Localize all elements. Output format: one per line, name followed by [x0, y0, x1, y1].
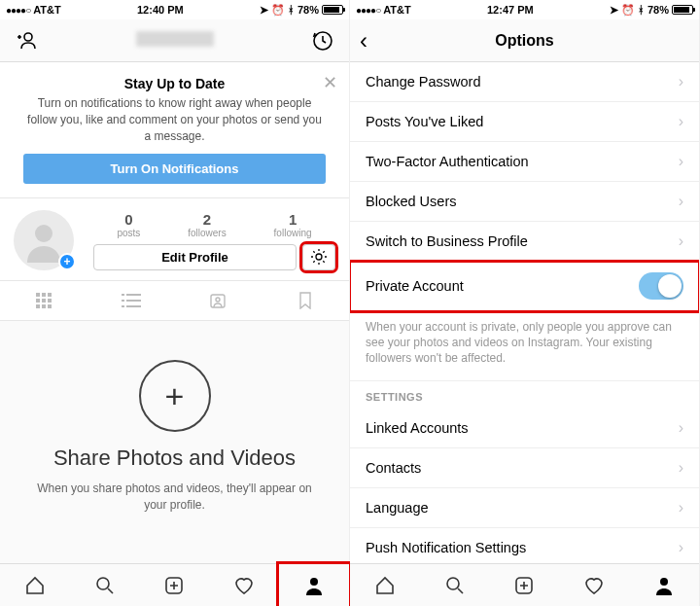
push-notifications-row[interactable]: Push Notification Settings›: [350, 528, 699, 563]
contacts-row[interactable]: Contacts›: [350, 448, 699, 488]
svg-point-3: [316, 254, 322, 260]
svg-rect-16: [126, 300, 141, 302]
search-tab[interactable]: [70, 564, 140, 606]
svg-point-23: [310, 578, 318, 586]
chevron-right-icon: ›: [679, 232, 683, 250]
alarm-icon: ⏰: [271, 4, 285, 17]
following-stat[interactable]: 1following: [274, 211, 312, 238]
list-view-tab[interactable]: [88, 281, 175, 320]
profile-view-tabs: [0, 281, 349, 321]
svg-rect-10: [36, 304, 40, 308]
activity-button[interactable]: [306, 30, 339, 52]
options-list: Change Password› Posts You've Liked› Two…: [350, 62, 699, 563]
location-icon: ➤: [260, 4, 268, 17]
activity-tab[interactable]: [209, 564, 279, 606]
switch-business-row[interactable]: Switch to Business Profile›: [350, 222, 699, 262]
prompt-body: Turn on notifications to know right away…: [23, 95, 326, 144]
grid-view-tab[interactable]: [0, 281, 88, 320]
add-story-icon[interactable]: +: [58, 253, 76, 270]
language-row[interactable]: Language›: [350, 488, 699, 528]
chevron-right-icon: ›: [679, 153, 683, 170]
home-tab[interactable]: [350, 564, 420, 606]
tab-bar: [350, 563, 699, 606]
search-tab[interactable]: [420, 564, 490, 606]
posts-stat[interactable]: 0posts: [117, 211, 140, 238]
svg-rect-18: [126, 305, 141, 307]
battery-percent: 78%: [298, 4, 319, 16]
edit-profile-button[interactable]: Edit Profile: [93, 244, 297, 270]
svg-point-21: [97, 578, 109, 589]
tagged-view-tab[interactable]: [175, 281, 262, 320]
add-post-icon[interactable]: +: [139, 360, 211, 432]
svg-rect-15: [122, 300, 124, 302]
notifications-prompt: ✕ Stay Up to Date Turn on notifications …: [0, 62, 349, 198]
home-tab[interactable]: [0, 564, 70, 606]
chevron-right-icon: ›: [679, 459, 683, 477]
turn-on-notifications-button[interactable]: Turn On Notifications: [23, 154, 326, 184]
svg-point-20: [216, 298, 220, 302]
chevron-right-icon: ›: [679, 499, 683, 517]
svg-point-24: [447, 578, 459, 589]
profile-tab[interactable]: [279, 564, 349, 606]
username-title: [43, 31, 306, 51]
svg-point-2: [35, 225, 52, 242]
avatar[interactable]: +: [14, 210, 74, 270]
options-title: Options: [360, 32, 689, 50]
svg-rect-13: [122, 294, 124, 296]
create-tab[interactable]: [490, 564, 560, 606]
svg-point-26: [660, 578, 668, 586]
status-bar: ●●●●○AT&T 12:47 PM ➤⏰ᚼ78%: [350, 0, 699, 19]
settings-button[interactable]: [302, 244, 335, 270]
clock: 12:47 PM: [487, 4, 534, 16]
location-icon: ➤: [610, 4, 618, 17]
activity-tab[interactable]: [559, 564, 629, 606]
options-screen: ●●●●○AT&T 12:47 PM ➤⏰ᚼ78% ‹ Options Chan…: [350, 0, 700, 606]
signal-dots: ●●●●○: [6, 5, 30, 16]
saved-view-tab[interactable]: [262, 281, 349, 320]
prompt-title: Stay Up to Date: [23, 76, 326, 91]
private-account-row[interactable]: Private Account: [350, 262, 699, 311]
svg-rect-4: [36, 293, 40, 297]
options-header: ‹ Options: [350, 19, 699, 62]
empty-title: Share Photos and Videos: [53, 446, 296, 471]
create-tab[interactable]: [140, 564, 210, 606]
bluetooth-icon: ᚼ: [288, 4, 295, 16]
svg-rect-7: [36, 299, 40, 303]
empty-body: When you share photos and videos, they'l…: [0, 481, 349, 514]
profile-screen: ●●●●○AT&T 12:40 PM ➤⏰ᚼ78% ✕ Stay Up to D…: [0, 0, 350, 606]
svg-rect-6: [48, 293, 52, 297]
followers-stat[interactable]: 2followers: [188, 211, 226, 238]
private-account-note: When your account is private, only peopl…: [350, 311, 699, 381]
svg-rect-5: [42, 293, 46, 297]
chevron-right-icon: ›: [679, 539, 683, 556]
empty-state: + Share Photos and Videos When you share…: [0, 321, 349, 563]
private-account-toggle[interactable]: [639, 272, 683, 300]
signal-dots: ●●●●○: [356, 5, 380, 16]
clock: 12:40 PM: [137, 4, 184, 16]
gear-icon: [310, 248, 328, 266]
chevron-right-icon: ›: [679, 419, 683, 437]
linked-accounts-row[interactable]: Linked Accounts›: [350, 409, 699, 448]
bluetooth-icon: ᚼ: [638, 4, 645, 16]
svg-rect-17: [122, 305, 124, 307]
battery-icon: [672, 5, 693, 15]
svg-rect-12: [48, 304, 52, 308]
alarm-icon: ⏰: [621, 4, 635, 17]
change-password-row[interactable]: Change Password›: [350, 62, 699, 102]
chevron-right-icon: ›: [679, 193, 683, 210]
blocked-users-row[interactable]: Blocked Users›: [350, 182, 699, 222]
carrier-label: AT&T: [383, 4, 411, 16]
svg-rect-8: [42, 299, 46, 303]
svg-rect-11: [42, 304, 46, 308]
posts-liked-row[interactable]: Posts You've Liked›: [350, 102, 699, 142]
profile-tab[interactable]: [629, 564, 699, 606]
two-factor-row[interactable]: Two-Factor Authentication›: [350, 142, 699, 182]
battery-percent: 78%: [648, 4, 669, 16]
battery-icon: [322, 5, 343, 15]
svg-point-0: [24, 33, 32, 41]
chevron-right-icon: ›: [679, 113, 683, 130]
chevron-right-icon: ›: [679, 73, 683, 90]
close-icon[interactable]: ✕: [323, 72, 337, 93]
carrier-label: AT&T: [33, 4, 61, 16]
add-friend-button[interactable]: [10, 32, 43, 50]
